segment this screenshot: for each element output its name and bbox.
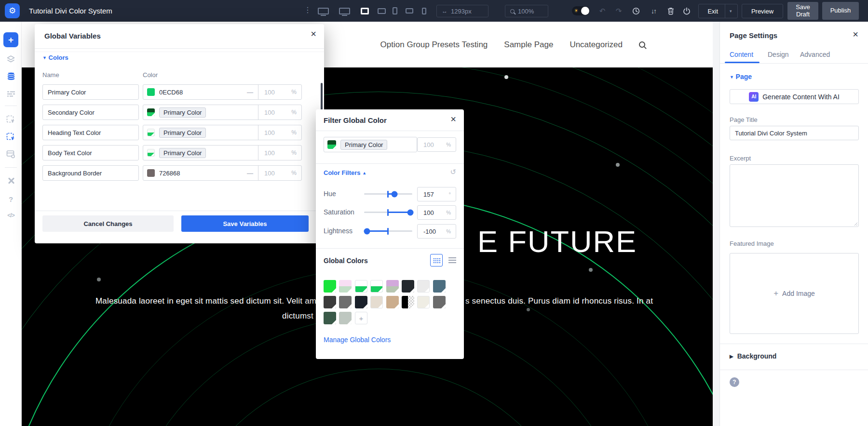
exit-button[interactable]: Exit ▾ [698, 4, 738, 18]
cancel-changes-button[interactable]: Cancel Changes [42, 215, 174, 232]
tab-content[interactable]: Content [730, 51, 753, 58]
color-swatch-linked[interactable] [147, 108, 155, 116]
builder-settings-button[interactable]: ⚙ [5, 3, 20, 18]
tab-design[interactable]: Design [768, 51, 789, 58]
manage-global-colors-link[interactable]: Manage Global Colors [324, 336, 391, 344]
save-variables-button[interactable]: Save Variables [181, 215, 309, 232]
page-section-toggle[interactable]: ▼ Page [730, 73, 752, 80]
filter-opacity-field[interactable]: 100 % [417, 137, 456, 152]
filter-modal-close-icon[interactable]: × [450, 114, 456, 124]
help-button[interactable]: ? [730, 377, 739, 387]
insert-module-button[interactable] [0, 114, 22, 125]
global-color-swatch[interactable] [339, 312, 352, 324]
history-button[interactable] [630, 0, 642, 22]
canvas-zoom-field[interactable]: 100% [505, 5, 548, 17]
help-button[interactable]: ? [0, 193, 22, 205]
opacity-field[interactable]: 100% [258, 166, 301, 180]
global-color-swatch[interactable] [339, 296, 352, 308]
filter-color-field[interactable]: Primary Color [324, 137, 417, 152]
exit-dropdown-chevron-icon[interactable]: ▾ [725, 9, 736, 13]
global-color-swatch[interactable] [324, 312, 336, 324]
phone-view-button[interactable] [389, 0, 401, 22]
global-color-swatch[interactable] [402, 296, 414, 308]
color-swatch[interactable] [147, 88, 155, 96]
variable-name-input[interactable] [42, 105, 139, 120]
redo-button[interactable]: ↷ [612, 0, 625, 22]
background-section-toggle[interactable]: ▶ Background [730, 352, 776, 360]
generate-content-ai-button[interactable]: AI Generate Content With AI [730, 89, 859, 104]
saturation-slider[interactable] [364, 205, 412, 220]
variable-name-input[interactable] [42, 165, 139, 181]
linked-color-chip[interactable]: Primary Color [159, 148, 206, 158]
global-variables-button[interactable] [0, 70, 22, 82]
save-draft-button[interactable]: Save Draft [787, 2, 818, 20]
light-dark-mode-toggle[interactable]: ☀ [572, 6, 590, 15]
global-color-swatch[interactable] [417, 296, 430, 308]
global-color-swatch[interactable] [324, 280, 336, 293]
modal-scrollbar-thumb[interactable] [321, 83, 323, 110]
nav-link-sample-page[interactable]: Sample Page [504, 40, 553, 50]
variable-color-field[interactable]: 0ECD68— 100% [143, 84, 302, 100]
filter-color-swatch[interactable] [327, 140, 336, 149]
global-variables-close-icon[interactable]: × [311, 29, 316, 39]
delete-button[interactable] [665, 0, 677, 22]
variable-color-field[interactable]: Primary Color 100% [143, 105, 302, 120]
lightness-value-field[interactable]: -100% [417, 224, 456, 239]
opacity-field[interactable]: 100% [258, 85, 301, 99]
lightness-slider[interactable] [364, 224, 412, 239]
filter-color-chip[interactable]: Primary Color [340, 140, 387, 150]
publish-button[interactable]: Publish [822, 2, 859, 20]
code-button[interactable]: </> [0, 210, 22, 221]
desktop-view-button[interactable] [314, 0, 332, 22]
featured-image-box[interactable]: + Add Image [730, 253, 859, 334]
canvas-width-field[interactable]: ↔ 1293px [436, 5, 488, 17]
color-swatch[interactable] [147, 169, 155, 177]
list-view-button[interactable] [448, 257, 456, 263]
reset-filters-icon[interactable]: ↺ [450, 168, 456, 176]
desktop2-view-button[interactable] [336, 0, 353, 22]
linked-color-chip[interactable]: Primary Color [159, 107, 206, 118]
variable-color-field[interactable]: Primary Color 100% [143, 145, 302, 160]
layers-button[interactable] [0, 53, 22, 65]
global-color-swatch[interactable] [402, 280, 414, 293]
variable-name-input[interactable] [42, 145, 139, 160]
phone2-view-button[interactable] [418, 0, 430, 22]
global-color-swatch[interactable] [433, 280, 446, 293]
insert-row-button-active[interactable] [0, 131, 22, 143]
variable-name-input[interactable] [42, 125, 139, 140]
nav-link-option-group-presets-testing[interactable]: Option Group Presets Testing [380, 40, 488, 50]
hue-value-field[interactable]: 157° [417, 187, 456, 201]
linked-color-chip[interactable]: Primary Color [159, 128, 206, 138]
global-color-swatch[interactable] [355, 296, 367, 308]
color-swatch-linked[interactable] [147, 149, 155, 157]
presets-list-button[interactable] [0, 88, 22, 100]
undo-button[interactable]: ↶ [596, 0, 609, 22]
preview-button[interactable]: Preview [742, 4, 783, 18]
page-title-input[interactable] [730, 126, 859, 140]
global-color-swatch[interactable] [355, 280, 367, 293]
global-color-swatch[interactable] [386, 280, 399, 293]
laptop-view-button[interactable] [357, 0, 372, 22]
layout-settings-button[interactable] [0, 148, 22, 160]
global-color-swatch[interactable] [433, 296, 446, 308]
portability-button[interactable] [680, 0, 693, 22]
page-settings-close-icon[interactable]: × [853, 29, 858, 39]
tools-button[interactable] [0, 175, 22, 186]
nav-link-uncategorized[interactable]: Uncategorized [570, 40, 623, 50]
colors-section-toggle[interactable]: ▼ Colors [42, 54, 68, 61]
hue-slider[interactable] [364, 186, 412, 202]
tablet-landscape-view-button[interactable] [402, 0, 417, 22]
nav-search-icon[interactable] [639, 41, 645, 48]
opacity-field[interactable]: 100% [258, 146, 301, 160]
add-module-button[interactable]: + [3, 32, 18, 47]
tablet-view-button[interactable] [374, 0, 389, 22]
global-color-swatch[interactable] [324, 296, 336, 308]
global-color-swatch[interactable] [370, 280, 383, 293]
saturation-value-field[interactable]: 100% [417, 205, 456, 220]
color-filters-toggle[interactable]: Color Filters ▲ [324, 169, 366, 176]
global-color-swatch[interactable] [339, 280, 352, 293]
add-global-color-button[interactable]: + [355, 312, 367, 324]
excerpt-textarea[interactable] [730, 164, 859, 227]
variable-name-input[interactable] [42, 84, 139, 100]
opacity-field[interactable]: 100% [258, 125, 301, 140]
